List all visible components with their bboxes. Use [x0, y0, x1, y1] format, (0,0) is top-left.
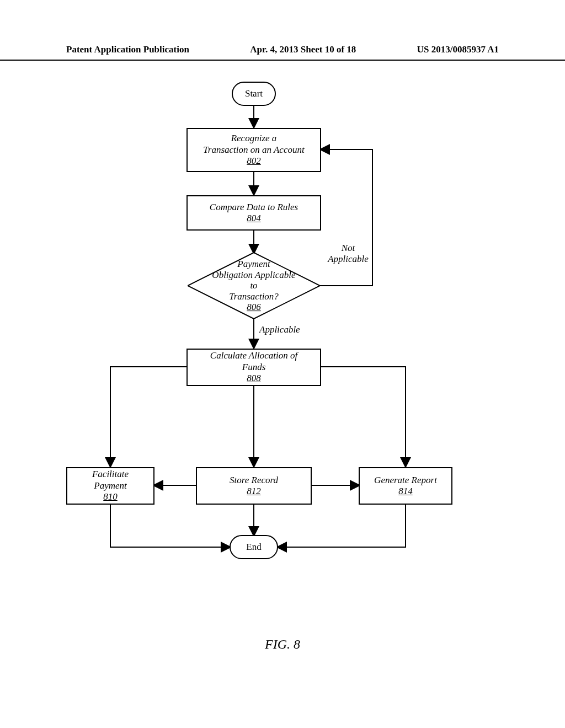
step-808: Calculate Allocation of Funds 808 [186, 349, 321, 386]
step-814: Generate Report 814 [359, 467, 452, 505]
flowchart: Start Recognize a Transaction on an Acco… [0, 77, 565, 585]
header-right: US 2013/0085937 A1 [417, 44, 499, 55]
step-802: Recognize a Transaction on an Account 80… [186, 128, 321, 172]
branch-not-applicable: Not Applicable [323, 243, 373, 264]
step-812: Store Record 812 [196, 467, 312, 505]
end-label: End [246, 542, 261, 553]
step-814-text: Generate Report [374, 475, 437, 486]
start-label: Start [245, 88, 263, 99]
figure-caption: FIG. 8 [0, 637, 565, 652]
page-header: Patent Application Publication Apr. 4, 2… [0, 44, 565, 61]
step-812-ref: 812 [247, 486, 261, 497]
step-804-ref: 804 [247, 213, 261, 224]
step-812-text: Store Record [230, 475, 278, 486]
step-802-ref: 802 [247, 156, 261, 167]
decision-806-text: Payment Obligation Applicable to Transac… [212, 259, 295, 302]
step-808-ref: 808 [247, 373, 261, 384]
header-left: Patent Application Publication [66, 44, 189, 55]
step-802-text: Recognize a Transaction on an Account [203, 133, 304, 156]
step-814-ref: 814 [398, 486, 413, 497]
step-810-ref: 810 [103, 491, 118, 502]
branch-applicable: Applicable [259, 324, 300, 335]
step-808-text: Calculate Allocation of Funds [210, 350, 297, 373]
step-810-text: Facilitate Payment [92, 469, 129, 491]
decision-806-ref: 806 [247, 302, 261, 312]
header-mid: Apr. 4, 2013 Sheet 10 of 18 [250, 44, 356, 55]
start-node: Start [232, 82, 276, 106]
step-810: Facilitate Payment 810 [66, 467, 154, 505]
end-node: End [230, 535, 278, 559]
decision-806: Payment Obligation Applicable to Transac… [188, 253, 320, 319]
step-804-text: Compare Data to Rules [210, 202, 298, 213]
step-804: Compare Data to Rules 804 [186, 195, 321, 231]
